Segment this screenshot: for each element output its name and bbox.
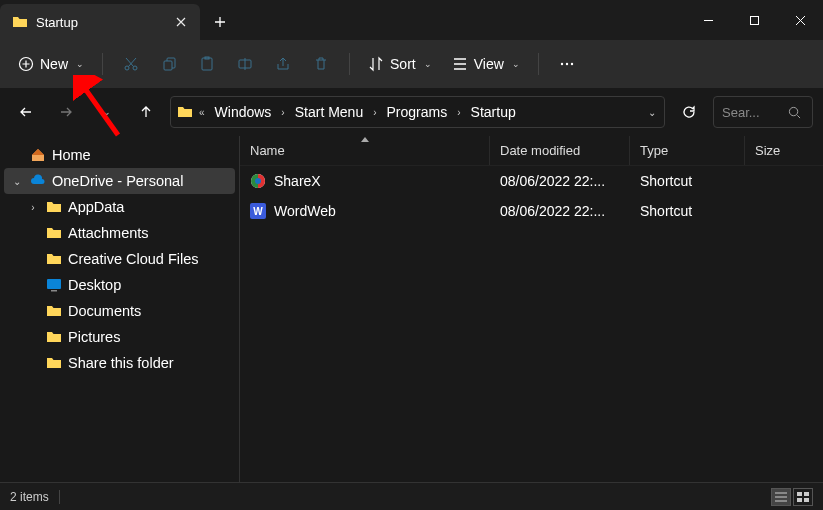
ellipsis-icon: [559, 56, 575, 72]
breadcrumb-segment[interactable]: Programs: [383, 102, 452, 122]
view-icon: [452, 56, 468, 72]
svg-rect-12: [47, 279, 61, 289]
up-button[interactable]: [130, 96, 162, 128]
svg-point-11: [789, 107, 797, 115]
svg-point-3: [133, 66, 137, 70]
file-type: Shortcut: [630, 173, 745, 189]
scissors-icon: [123, 56, 139, 72]
chevron-right-icon[interactable]: ›: [455, 107, 462, 118]
sidebar-item-home[interactable]: Home: [4, 142, 235, 168]
maximize-button[interactable]: [731, 0, 777, 40]
forward-button[interactable]: [50, 96, 82, 128]
breadcrumb-segment[interactable]: Start Menu: [291, 102, 367, 122]
chevron-right-icon[interactable]: «: [197, 107, 207, 118]
search-input[interactable]: [722, 105, 782, 120]
sidebar-item-onedrive[interactable]: ⌄ OneDrive - Personal: [4, 168, 235, 194]
cloud-icon: [30, 173, 46, 189]
title-bar: Startup: [0, 0, 823, 40]
sidebar-item-attachments[interactable]: Attachments: [4, 220, 235, 246]
svg-rect-0: [750, 16, 758, 24]
status-bar: 2 items: [0, 482, 823, 510]
more-button[interactable]: [549, 50, 585, 78]
svg-point-8: [561, 63, 563, 65]
minimize-button[interactable]: [685, 0, 731, 40]
delete-button[interactable]: [303, 50, 339, 78]
column-header-name[interactable]: Name: [240, 136, 490, 165]
column-header-type[interactable]: Type: [630, 136, 745, 165]
item-count: 2 items: [10, 490, 49, 504]
new-tab-button[interactable]: [200, 4, 240, 40]
tab-title: Startup: [36, 15, 166, 30]
chevron-down-icon: ⌄: [424, 59, 432, 69]
folder-icon: [46, 329, 62, 345]
sidebar-item-pictures[interactable]: Pictures: [4, 324, 235, 350]
paste-button[interactable]: [189, 50, 225, 78]
copy-icon: [161, 56, 177, 72]
share-icon: [275, 56, 291, 72]
details-view-toggle[interactable]: [771, 488, 791, 506]
folder-icon: [46, 199, 62, 215]
sort-button[interactable]: Sort ⌄: [360, 50, 440, 78]
close-window-button[interactable]: [777, 0, 823, 40]
share-button[interactable]: [265, 50, 301, 78]
file-name: ShareX: [274, 173, 321, 189]
app-icon: W: [250, 203, 266, 219]
expander-icon[interactable]: ⌄: [10, 176, 24, 187]
sort-label: Sort: [390, 56, 416, 72]
address-bar: ⌄ « Windows › Start Menu › Programs › St…: [0, 88, 823, 136]
svg-point-9: [566, 63, 568, 65]
window-controls: [685, 0, 823, 40]
rename-button[interactable]: [227, 50, 263, 78]
tab-close-button[interactable]: [174, 15, 188, 29]
folder-icon: [12, 14, 28, 30]
breadcrumb-segment[interactable]: Windows: [211, 102, 276, 122]
breadcrumb[interactable]: « Windows › Start Menu › Programs › Star…: [170, 96, 665, 128]
sidebar-item-share-folder[interactable]: Share this folder: [4, 350, 235, 376]
chevron-down-icon: ⌄: [76, 59, 84, 69]
folder-icon: [46, 251, 62, 267]
toolbar: New ⌄ Sort ⌄ View ⌄: [0, 40, 823, 88]
chevron-right-icon[interactable]: ›: [371, 107, 378, 118]
view-label: View: [474, 56, 504, 72]
chevron-right-icon[interactable]: ›: [279, 107, 286, 118]
column-header-size[interactable]: Size: [745, 136, 823, 165]
chevron-down-icon[interactable]: ⌄: [646, 107, 658, 118]
home-icon: [30, 147, 46, 163]
sidebar-item-desktop[interactable]: Desktop: [4, 272, 235, 298]
file-list: Name Date modified Type Size ShareX 08/0…: [240, 136, 823, 482]
sidebar-item-creative-cloud[interactable]: Creative Cloud Files: [4, 246, 235, 272]
search-icon: [788, 106, 801, 119]
search-box[interactable]: [713, 96, 813, 128]
expander-icon[interactable]: ›: [26, 202, 40, 213]
cut-button[interactable]: [113, 50, 149, 78]
sidebar-item-documents[interactable]: Documents: [4, 298, 235, 324]
svg-rect-18: [797, 492, 802, 496]
file-row[interactable]: ShareX 08/06/2022 22:... Shortcut: [240, 166, 823, 196]
back-button[interactable]: [10, 96, 42, 128]
new-button[interactable]: New ⌄: [10, 50, 92, 78]
recent-locations-button[interactable]: ⌄: [90, 96, 122, 128]
navigation-pane: Home ⌄ OneDrive - Personal › AppData Att…: [0, 136, 240, 482]
file-type: Shortcut: [630, 203, 745, 219]
column-header-date[interactable]: Date modified: [490, 136, 630, 165]
breadcrumb-segment[interactable]: Startup: [467, 102, 520, 122]
sort-icon: [368, 56, 384, 72]
new-label: New: [40, 56, 68, 72]
file-row[interactable]: W WordWeb 08/06/2022 22:... Shortcut: [240, 196, 823, 226]
window-tab[interactable]: Startup: [0, 4, 200, 40]
folder-icon: [46, 355, 62, 371]
svg-rect-20: [797, 498, 802, 502]
file-name: WordWeb: [274, 203, 336, 219]
chevron-down-icon: ⌄: [512, 59, 520, 69]
refresh-button[interactable]: [673, 96, 705, 128]
copy-button[interactable]: [151, 50, 187, 78]
file-date: 08/06/2022 22:...: [490, 173, 630, 189]
thumbnails-view-toggle[interactable]: [793, 488, 813, 506]
svg-point-2: [125, 66, 129, 70]
view-button[interactable]: View ⌄: [444, 50, 528, 78]
folder-icon: [177, 104, 193, 120]
svg-rect-19: [804, 492, 809, 496]
column-headers: Name Date modified Type Size: [240, 136, 823, 166]
sidebar-item-appdata[interactable]: › AppData: [4, 194, 235, 220]
svg-point-10: [571, 63, 573, 65]
